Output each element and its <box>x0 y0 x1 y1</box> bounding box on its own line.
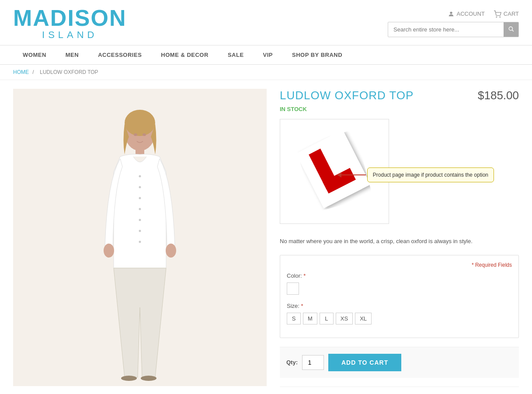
logo[interactable]: MADISON ISLAND <box>13 7 127 41</box>
product-title: LUDLOW OXFORD TOP <box>280 89 414 102</box>
account-label: ACCOUNT <box>457 10 485 17</box>
add-to-cart-row: Qty: ADD TO CART <box>280 347 519 378</box>
svg-point-17 <box>166 244 176 258</box>
qty-input[interactable] <box>302 355 324 370</box>
svg-point-0 <box>450 11 452 14</box>
annotation-arrow-line <box>337 174 366 175</box>
breadcrumb: HOME / LUDLOW OXFORD TOP <box>0 65 532 80</box>
size-option-row: Size: * S M L XS XL <box>287 303 512 324</box>
main-nav: WOMEN MEN ACCESSORIES HOME & DECOR SALE … <box>0 45 532 65</box>
nav-item-men[interactable]: MEN <box>56 45 88 64</box>
nav-item-home-decor[interactable]: HOME & DECOR <box>151 45 218 64</box>
svg-line-4 <box>512 30 514 31</box>
nav-item-shop-by-brand[interactable]: SHOP BY BRAND <box>282 45 352 64</box>
svg-point-3 <box>509 27 512 30</box>
breadcrumb-home[interactable]: HOME <box>13 69 29 75</box>
svg-point-10 <box>139 186 141 188</box>
annotation-text-box: Product page image if product contains t… <box>367 167 494 182</box>
svg-point-13 <box>139 219 141 221</box>
search-bar <box>388 22 519 37</box>
color-label: Color: * <box>287 272 512 279</box>
svg-point-7 <box>125 110 155 136</box>
product-annotation: Product page image if product contains t… <box>337 167 494 182</box>
svg-point-19 <box>141 376 156 381</box>
svg-point-2 <box>500 17 500 17</box>
cart-icon <box>494 10 501 17</box>
size-xs[interactable]: XS <box>336 313 353 324</box>
nav-item-vip[interactable]: VIP <box>254 45 282 64</box>
add-to-cart-button[interactable]: ADD TO CART <box>328 354 401 371</box>
svg-point-15 <box>139 241 141 243</box>
social-row: Add to Wishlist | Add to Compare f <box>280 387 519 394</box>
qty-label: Qty: <box>286 359 298 366</box>
product-image-column <box>13 89 267 394</box>
size-xl[interactable]: XL <box>355 313 372 324</box>
svg-point-14 <box>139 230 141 232</box>
nav-list: WOMEN MEN ACCESSORIES HOME & DECOR SALE … <box>0 45 532 64</box>
required-fields-note: * Required Fields <box>472 262 512 268</box>
svg-point-21 <box>143 133 146 136</box>
product-image <box>57 93 223 382</box>
svg-point-1 <box>496 17 497 17</box>
cart-label: CART <box>504 10 519 17</box>
account-icon <box>448 10 455 17</box>
product-description: No matter where you are in the world, a … <box>280 237 519 246</box>
product-price: $185.00 <box>478 89 519 102</box>
header-top-links: ACCOUNT CART <box>448 10 519 17</box>
header: MADISON ISLAND ACCOUNT CART <box>0 0 532 45</box>
search-button[interactable] <box>504 22 518 37</box>
svg-point-12 <box>139 208 141 210</box>
in-stock-badge: IN STOCK <box>280 106 519 112</box>
svg-point-16 <box>104 244 114 258</box>
nav-item-accessories[interactable]: ACCESSORIES <box>88 45 151 64</box>
svg-point-9 <box>139 175 141 178</box>
svg-point-11 <box>139 197 141 199</box>
logo-island: ISLAND <box>13 29 127 41</box>
color-option-row: Color: * <box>287 272 512 296</box>
size-m[interactable]: M <box>303 313 317 324</box>
main-content: LUDLOW OXFORD TOP $185.00 IN STOCK <box>0 80 532 394</box>
size-l[interactable]: L <box>320 313 334 324</box>
product-detail-column: LUDLOW OXFORD TOP $185.00 IN STOCK <box>280 89 519 394</box>
search-input[interactable] <box>388 23 504 36</box>
nav-item-women[interactable]: WOMEN <box>13 45 56 64</box>
nav-item-sale[interactable]: SALE <box>218 45 254 64</box>
options-section: * Required Fields Color: * Size: * S M <box>280 255 519 338</box>
header-right: ACCOUNT CART <box>388 10 519 37</box>
svg-point-18 <box>121 376 137 381</box>
product-title-row: LUDLOW OXFORD TOP $185.00 <box>280 89 519 102</box>
size-required-marker: * <box>301 303 303 309</box>
search-icon <box>508 26 514 32</box>
color-swatch-white[interactable] <box>287 282 299 295</box>
product-image-container <box>13 89 267 386</box>
annotation-arrowhead <box>337 172 341 178</box>
size-s[interactable]: S <box>287 313 301 324</box>
logo-madison: MADISON <box>13 7 127 29</box>
account-link[interactable]: ACCOUNT <box>448 10 485 17</box>
size-label: Size: * <box>287 303 512 309</box>
breadcrumb-current: LUDLOW OXFORD TOP <box>40 69 98 75</box>
size-swatches: S M L XS XL <box>287 313 512 324</box>
svg-point-20 <box>134 133 137 136</box>
color-required-marker: * <box>303 272 306 279</box>
cart-link[interactable]: CART <box>494 10 519 17</box>
breadcrumb-separator: / <box>32 69 34 75</box>
